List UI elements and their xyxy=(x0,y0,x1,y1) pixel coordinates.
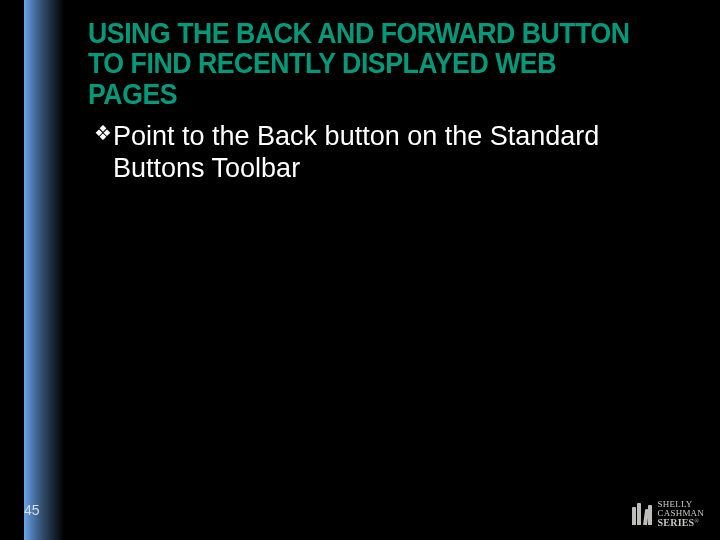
bullet-item: ❖ Point to the Back button on the Standa… xyxy=(94,121,700,185)
book-spine-icon xyxy=(637,503,641,525)
brand-line3: SERIES xyxy=(658,517,695,528)
side-gradient xyxy=(24,0,64,540)
diamond-bullet-icon: ❖ xyxy=(94,121,112,146)
trademark-icon: ® xyxy=(694,518,699,524)
content-area: USING THE BACK AND FORWARD BUTTON TO FIN… xyxy=(88,18,700,185)
brand-text: SHELLY CASHMAN SERIES® xyxy=(658,500,704,528)
books-icon xyxy=(632,503,652,525)
bullet-text: Point to the Back button on the Standard… xyxy=(113,121,700,185)
slide-title: USING THE BACK AND FORWARD BUTTON TO FIN… xyxy=(88,18,651,109)
slide-number: 45 xyxy=(24,502,40,518)
brand-logo: SHELLY CASHMAN SERIES® xyxy=(632,500,704,528)
book-spine-icon xyxy=(632,507,636,525)
